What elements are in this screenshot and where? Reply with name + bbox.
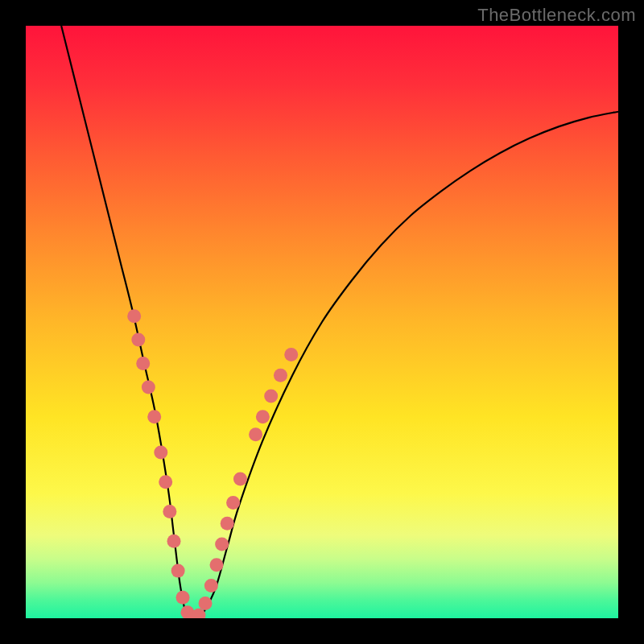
highlight-dot — [204, 579, 218, 592]
highlight-dot — [221, 517, 234, 530]
highlight-dot — [199, 597, 213, 610]
highlight-dot — [127, 309, 141, 323]
highlight-dot — [249, 427, 262, 441]
highlight-dots — [127, 309, 298, 618]
highlight-dot — [147, 410, 161, 423]
highlight-dot — [233, 473, 247, 486]
bottleneck-curve — [61, 26, 618, 618]
highlight-dot — [171, 564, 185, 578]
plot-area — [26, 26, 618, 618]
highlight-dot — [167, 535, 181, 548]
highlight-dot — [136, 357, 150, 370]
highlight-dot — [154, 445, 167, 459]
highlight-dot — [226, 496, 240, 510]
highlight-dot — [176, 591, 190, 605]
highlight-dot — [142, 380, 155, 394]
highlight-dot — [215, 538, 229, 551]
chart-frame: TheBottleneck.com — [0, 0, 644, 644]
highlight-dot — [274, 369, 287, 382]
highlight-dot — [159, 475, 172, 489]
highlight-dot — [209, 558, 223, 572]
watermark-text: TheBottleneck.com — [477, 5, 636, 26]
highlight-dot — [256, 410, 270, 423]
highlight-dot — [284, 348, 298, 361]
highlight-dot — [131, 333, 145, 347]
highlight-dot — [264, 390, 278, 403]
highlight-dot — [163, 505, 176, 518]
chart-svg — [26, 26, 618, 618]
